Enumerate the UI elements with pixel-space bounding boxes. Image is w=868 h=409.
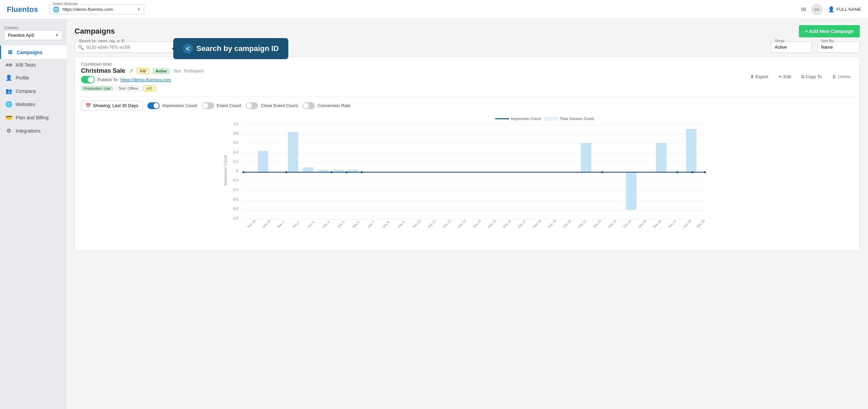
campaign-title: Christmas Sale <box>81 67 125 74</box>
sidebar-item-websites-label: Websites <box>16 102 35 107</box>
sidebar-item-profile[interactable]: 👤 Profile <box>0 71 66 84</box>
ab-tests-icon: A/B <box>5 63 12 67</box>
tooltip-back-button[interactable]: < <box>183 44 193 54</box>
globe-icon: 🌐 <box>53 6 60 13</box>
svg-text:Dec 12: Dec 12 <box>442 219 452 228</box>
edit-label: Edit <box>784 74 791 79</box>
svg-text:Dec 2: Dec 2 <box>292 220 300 228</box>
impression-toggle[interactable] <box>147 102 160 109</box>
edit-icon: ✏ <box>778 74 782 79</box>
sidebar-item-websites[interactable]: 🌐 Websites <box>0 98 66 111</box>
show-filter-wrapper: Show: Active Inactive All <box>771 41 812 53</box>
sidebar-item-campaigns-label: Campaigns <box>17 50 42 55</box>
calendar-icon: 📅 <box>85 103 91 108</box>
sidebar-item-ab-tests[interactable]: A/B A/B Tests <box>0 59 66 71</box>
copy-icon: ⧉ <box>801 74 804 80</box>
search-area: Search by: name, tag, or ID 🔍 < Search b… <box>66 41 868 57</box>
user-button[interactable]: 👤 FULL NAME <box>828 6 861 13</box>
svg-point-42 <box>360 171 363 173</box>
svg-text:Dec 14: Dec 14 <box>472 219 482 228</box>
add-campaign-button[interactable]: + Add New Campaign <box>799 25 860 37</box>
search-tooltip-text: Search by campaign ID <box>196 44 279 53</box>
publish-row: Publish To https://demo.fluentos.com <box>81 76 748 83</box>
publish-toggle[interactable] <box>81 76 95 83</box>
website-chevron-icon: ▼ <box>137 7 141 11</box>
date-range-button[interactable]: 📅 Showing: Last 30 Days <box>81 101 143 110</box>
sidebar-item-integrations[interactable]: ⚙ Integrations <box>0 124 66 137</box>
edit-button[interactable]: ✏ Edit <box>776 73 794 81</box>
svg-text:Dec 10: Dec 10 <box>412 219 422 228</box>
topbar: Fluentos Select Website 🌐 https://demo.f… <box>0 0 868 19</box>
svg-text:Dec 26: Dec 26 <box>653 219 662 228</box>
page-title: Campaigns <box>75 27 115 36</box>
campaign-name-section: Countdown timer Christmas Sale ↗ A/B Act… <box>81 62 748 91</box>
publish-url[interactable]: https://demo.fluentos.com <box>120 77 171 82</box>
company-icon: 👥 <box>5 88 12 94</box>
conversion-rate-toggle-control: Conversion Rate <box>303 102 351 109</box>
svg-text:Dec 18: Dec 18 <box>532 219 542 228</box>
svg-rect-35 <box>656 143 666 172</box>
delete-button[interactable]: 🗑 Delete <box>829 73 853 81</box>
svg-rect-37 <box>626 172 637 210</box>
sidebar-item-billing-label: Plan and Billing <box>16 115 49 120</box>
billing-icon: 💳 <box>5 114 12 121</box>
svg-text:Dec 24: Dec 24 <box>623 219 632 228</box>
sidebar-item-campaigns[interactable]: ⊞ Campaigns <box>0 46 66 59</box>
tag-test: Test: Offline <box>115 85 141 91</box>
svg-text:Dec 25: Dec 25 <box>638 219 647 228</box>
svg-text:Dec 5: Dec 5 <box>337 220 345 228</box>
sidebar-item-company[interactable]: 👥 Company <box>0 84 66 98</box>
svg-text:0.8: 0.8 <box>234 132 239 135</box>
search-label: Search by: name, tag, or ID <box>78 39 126 43</box>
conversion-toggle[interactable] <box>303 102 315 109</box>
website-selector-wrapper: Select Website 🌐 https://demo.fluentos.c… <box>49 4 144 14</box>
svg-text:Nov 30: Nov 30 <box>262 219 271 228</box>
show-select[interactable]: Active Inactive All <box>771 41 812 53</box>
mail-icon[interactable]: ✉ <box>801 6 806 13</box>
website-selector[interactable]: Select Website 🌐 https://demo.fluentos.c… <box>49 4 144 14</box>
campaign-subtitle: Countdown timer <box>81 62 748 67</box>
sidebar-item-integrations-label: Integrations <box>16 128 41 134</box>
search-icon: 🔍 <box>78 45 84 50</box>
user-icon: 👤 <box>828 6 835 13</box>
participant-label: Participant <box>184 69 204 73</box>
chart-wrapper: Impression Count Total Session Count 1.0… <box>81 115 853 245</box>
sidebar-item-profile-label: Profile <box>16 75 29 81</box>
svg-text:Dec 6: Dec 6 <box>352 220 360 228</box>
svg-point-46 <box>704 171 706 173</box>
svg-rect-34 <box>581 143 591 172</box>
close-event-count-label: Close Event Count <box>261 103 298 108</box>
profile-icon: 👤 <box>5 74 12 81</box>
close-event-count-toggle-control: Close Event Count <box>246 102 298 109</box>
logo: Fluentos <box>7 5 38 14</box>
svg-text:Dec 7: Dec 7 <box>367 220 375 228</box>
company-selector[interactable]: Company Fluentos ApS ▼ <box>0 23 66 43</box>
event-count-toggle[interactable] <box>202 102 214 109</box>
tag-production: Production: Live <box>81 86 113 91</box>
svg-text:0: 0 <box>236 169 238 173</box>
sidebar-item-ab-label: A/B Tests <box>16 62 36 68</box>
svg-text:Nov 29: Nov 29 <box>247 219 256 228</box>
layout: Company Fluentos ApS ▼ ⊞ Campaigns A/B A… <box>0 19 868 409</box>
svg-text:Dec 8: Dec 8 <box>382 220 390 228</box>
company-label: Company <box>4 26 62 30</box>
avatar[interactable]: 1% <box>811 4 822 15</box>
svg-point-39 <box>285 171 287 173</box>
svg-text:Impression Count: Impression Count <box>223 155 227 185</box>
campaign-card: Countdown timer Christmas Sale ↗ A/B Act… <box>75 57 860 251</box>
user-name: FULL NAME <box>837 7 861 12</box>
svg-text:Dec 15: Dec 15 <box>487 219 497 228</box>
svg-text:0.6: 0.6 <box>234 141 239 144</box>
sidebar-item-plan-billing[interactable]: 💳 Plan and Billing <box>0 111 66 124</box>
close-event-toggle[interactable] <box>246 102 258 109</box>
conversion-rate-label: Conversion Rate <box>318 103 351 108</box>
sort-select[interactable]: Name Date Created Date Modified <box>817 41 860 53</box>
integrations-icon: ⚙ <box>5 127 12 134</box>
copy-to-button[interactable]: ⧉ Copy To <box>799 73 824 81</box>
svg-text:-1.0: -1.0 <box>232 216 238 220</box>
event-count-toggle-control: Event Count <box>202 102 241 109</box>
campaign-card-header: Countdown timer Christmas Sale ↗ A/B Act… <box>75 57 859 97</box>
search-wrapper: Search by: name, tag, or ID 🔍 < Search b… <box>75 41 279 53</box>
export-button[interactable]: ⬆ Export <box>748 73 771 81</box>
company-select-box[interactable]: Fluentos ApS ▼ <box>4 30 62 40</box>
